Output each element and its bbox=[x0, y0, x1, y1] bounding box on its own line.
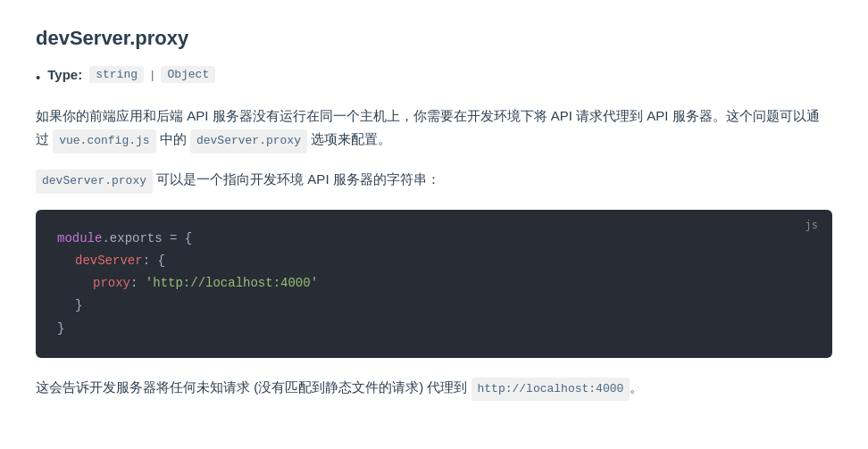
code-line-4: } bbox=[57, 295, 811, 317]
code-punct-4: } bbox=[75, 298, 82, 312]
code-punct-2: : { bbox=[143, 254, 165, 268]
type-badge-string: string bbox=[89, 66, 144, 83]
inline-code-localhost: http://localhost:4000 bbox=[472, 378, 630, 402]
description-para-1: 如果你的前端应用和后端 API 服务器没有运行在同一个主机上，你需要在开发环境下… bbox=[36, 104, 832, 154]
code-prop-devserver: devServer bbox=[75, 254, 143, 268]
footer-text-before: 这会告诉开发服务器将任何未知请求 (没有匹配到静态文件的请求) 代理到 bbox=[36, 379, 472, 395]
code-block-wrapper: js module.exports = { devServer: { proxy… bbox=[36, 210, 832, 358]
description-para-2: devServer.proxy 可以是一个指向开发环境 API 服务器的字符串： bbox=[36, 168, 832, 194]
code-line-2: devServer: { bbox=[57, 250, 811, 272]
code-line-1: module.exports = { bbox=[57, 228, 811, 250]
desc1-text-middle: 中的 bbox=[156, 131, 190, 146]
code-keyword-module: module bbox=[57, 231, 102, 245]
bullet-dot: • bbox=[36, 66, 40, 89]
type-row: Type: string | Object bbox=[47, 66, 215, 83]
page-title: devServer.proxy bbox=[36, 27, 832, 50]
code-prop-proxy: proxy bbox=[93, 276, 130, 290]
desc2-text: 可以是一个指向开发环境 API 服务器的字符串： bbox=[153, 171, 440, 187]
code-lang-label: js bbox=[805, 219, 818, 231]
inline-code-vue-config: vue.config.js bbox=[53, 129, 155, 154]
type-badge-object: Object bbox=[161, 66, 215, 83]
code-punct-5: } bbox=[57, 321, 64, 336]
code-string-url: 'http://localhost:4000' bbox=[146, 276, 318, 290]
type-label: Type: bbox=[47, 67, 82, 82]
code-punct-3: : bbox=[130, 276, 146, 290]
code-line-5: } bbox=[57, 318, 811, 340]
footer-text-after: 。 bbox=[630, 379, 643, 395]
inline-code-devserver-proxy-2: devServer.proxy bbox=[36, 170, 153, 194]
code-block: module.exports = { devServer: { proxy: '… bbox=[57, 228, 811, 340]
code-punct-1: .exports = { bbox=[102, 231, 192, 245]
type-separator: | bbox=[151, 68, 154, 81]
desc1-text-after: 选项来配置。 bbox=[307, 131, 391, 146]
footer-para: 这会告诉开发服务器将任何未知请求 (没有匹配到静态文件的请求) 代理到 http… bbox=[36, 376, 832, 402]
inline-code-devserver-proxy-1: devServer.proxy bbox=[190, 129, 307, 154]
code-line-3: proxy: 'http://localhost:4000' bbox=[57, 272, 811, 295]
